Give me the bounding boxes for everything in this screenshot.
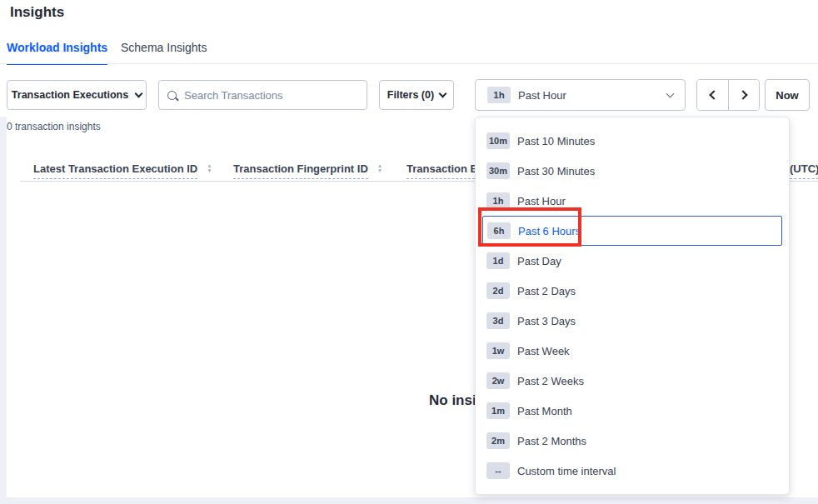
tab-schema-insights[interactable]: Schema Insights [121, 41, 207, 63]
results-count: 0 transaction insights [7, 121, 101, 132]
interval-label: Past Week [517, 345, 570, 357]
time-interval-dropdown: 10m Past 10 Minutes 30m Past 30 Minutes … [475, 117, 790, 495]
column-label: (UTC) [790, 162, 818, 179]
interval-badge: 30m [486, 162, 510, 179]
interval-label: Past Month [517, 405, 572, 417]
interval-badge: 10m [486, 132, 510, 149]
time-interval-badge: 1h [487, 87, 511, 103]
interval-badge: 2m [486, 432, 510, 449]
now-button[interactable]: Now [765, 79, 810, 111]
interval-label: Past 6 Hours [518, 225, 581, 237]
time-shift-button-group [696, 79, 760, 111]
interval-label: Past Day [517, 255, 561, 267]
dropdown-item-past-week[interactable]: 1w Past Week [482, 336, 782, 366]
app-background-bottom [0, 497, 818, 504]
column-label: Transaction Ex [407, 162, 483, 179]
search-icon [167, 91, 177, 100]
interval-label: Past 10 Minutes [517, 135, 595, 147]
interval-badge: 1h [486, 192, 510, 209]
filters-button[interactable]: Filters (0) [379, 80, 454, 110]
time-interval-select[interactable]: 1h Past Hour [475, 79, 686, 111]
entity-type-select-label: Transaction Executions [12, 89, 128, 101]
time-shift-next-button[interactable] [728, 80, 759, 110]
app-background-left [0, 117, 7, 504]
entity-type-select[interactable]: Transaction Executions [7, 80, 147, 110]
interval-label: Past 3 Days [517, 315, 576, 327]
column-header-transaction-execution: Transaction Ex [407, 162, 483, 179]
interval-label: Past 2 Weeks [517, 375, 584, 387]
chevron-down-icon [135, 89, 143, 97]
column-header-latest-transaction-execution-id: Latest Transaction Execution ID ▲▼ [33, 162, 212, 179]
dropdown-item-past-month[interactable]: 1m Past Month [482, 396, 782, 426]
dropdown-item-past-10-minutes[interactable]: 10m Past 10 Minutes [482, 126, 782, 156]
chevron-down-icon [666, 89, 675, 97]
interval-label: Past 2 Months [517, 435, 586, 447]
column-header-utc: (UTC) [790, 162, 818, 179]
time-shift-prev-button[interactable] [697, 80, 728, 110]
dropdown-item-custom-time-interval[interactable]: -- Custom time interval [482, 456, 782, 486]
dropdown-item-past-3-days[interactable]: 3d Past 3 Days [482, 306, 782, 336]
dropdown-item-past-2-months[interactable]: 2m Past 2 Months [482, 426, 782, 456]
interval-badge: 1d [486, 252, 510, 269]
tabs-divider [0, 63, 818, 64]
sort-icon[interactable]: ▲▼ [377, 163, 382, 172]
dropdown-item-past-30-minutes[interactable]: 30m Past 30 Minutes [482, 156, 782, 186]
interval-badge: 3d [486, 312, 510, 329]
interval-badge: 1m [486, 402, 510, 419]
interval-label: Past 2 Days [517, 285, 576, 297]
time-interval-label: Past Hour [518, 89, 667, 102]
interval-badge: 6h [487, 222, 511, 239]
column-label: Latest Transaction Execution ID [33, 162, 197, 179]
search-box[interactable] [158, 80, 367, 110]
interval-badge: -- [486, 462, 510, 479]
interval-label: Past Hour [517, 195, 566, 207]
chevron-left-icon [709, 90, 718, 99]
interval-badge: 2w [486, 372, 510, 389]
chevron-down-icon [439, 89, 447, 97]
interval-label: Past 30 Minutes [517, 165, 595, 177]
sort-icon[interactable]: ▲▼ [207, 163, 212, 172]
chevron-right-icon [738, 90, 747, 99]
insights-page: Insights Workload Insights Schema Insigh… [0, 0, 818, 504]
dropdown-item-past-hour[interactable]: 1h Past Hour [482, 186, 782, 216]
tab-workload-insights[interactable]: Workload Insights [7, 41, 107, 65]
dropdown-item-past-6-hours[interactable]: 6h Past 6 Hours [482, 216, 782, 246]
search-input[interactable] [184, 89, 358, 102]
interval-label: Custom time interval [517, 465, 616, 477]
dropdown-item-past-2-weeks[interactable]: 2w Past 2 Weeks [482, 366, 782, 396]
dropdown-item-past-day[interactable]: 1d Past Day [482, 246, 782, 276]
interval-badge: 2d [486, 282, 510, 299]
interval-badge: 1w [486, 342, 510, 359]
filters-button-label: Filters (0) [387, 89, 434, 101]
page-title: Insights [10, 4, 64, 21]
column-header-transaction-fingerprint-id: Transaction Fingerprint ID ▲▼ [233, 162, 382, 179]
dropdown-item-past-2-days[interactable]: 2d Past 2 Days [482, 276, 782, 306]
column-label: Transaction Fingerprint ID [233, 162, 368, 179]
